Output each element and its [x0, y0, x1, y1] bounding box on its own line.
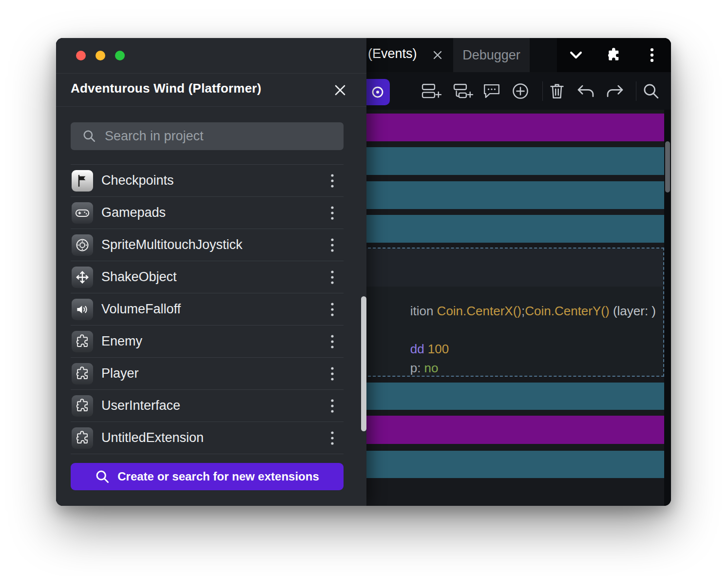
add-subevent-icon — [453, 83, 474, 99]
collapse-tabs-button[interactable] — [563, 42, 589, 68]
minimize-window-button[interactable] — [96, 51, 105, 60]
list-item-spritemultitouchjoystick[interactable]: SpriteMultitouchJoystick — [71, 229, 344, 261]
target-icon — [370, 85, 385, 99]
active-tool-button[interactable] — [366, 79, 390, 105]
kebab-menu-icon — [330, 431, 334, 445]
tab-debugger[interactable]: Debugger — [453, 38, 530, 72]
extension-name: VolumeFalloff — [101, 302, 181, 317]
flag-icon — [72, 170, 93, 192]
add-event-icon — [421, 83, 442, 99]
chevron-down-icon — [568, 47, 584, 63]
events-scrollbar-thumb[interactable] — [665, 141, 670, 192]
kebab-menu-icon — [330, 270, 334, 285]
kebab-menu-icon — [330, 238, 334, 252]
item-menu-button[interactable] — [325, 398, 340, 414]
list-item-shakeobject[interactable]: ShakeObject — [71, 261, 344, 293]
close-window-button[interactable] — [76, 51, 86, 60]
list-item-userinterface[interactable]: UserInterface — [71, 390, 344, 422]
action-text: ition — [410, 304, 437, 318]
extension-name: UntitledExtension — [101, 430, 204, 445]
create-extension-label: Create or search for new extensions — [117, 470, 319, 483]
kebab-menu-icon — [330, 302, 334, 317]
puzzle-icon — [72, 427, 93, 449]
search-icon — [642, 82, 660, 100]
kebab-menu-icon — [330, 334, 334, 349]
extension-name: SpriteMultitouchJoystick — [101, 237, 243, 252]
add-subevent-button[interactable] — [451, 80, 476, 102]
kebab-menu-icon — [330, 399, 334, 413]
kebab-menu-icon — [330, 206, 334, 220]
puzzle-icon — [606, 47, 622, 63]
kebab-menu-icon — [330, 173, 334, 188]
gdevelop-window: (Events) Debugger — [56, 38, 671, 506]
extension-name: Player — [101, 366, 139, 381]
search-input[interactable] — [105, 122, 339, 150]
item-menu-button[interactable] — [325, 302, 340, 317]
window-controls — [557, 38, 671, 72]
item-menu-button[interactable] — [325, 237, 340, 253]
extension-name: UserInterface — [101, 398, 180, 413]
puzzle-icon — [72, 331, 93, 352]
screen: (Events) Debugger — [0, 0, 728, 576]
search-box — [71, 122, 344, 150]
list-item-checkpoints[interactable]: Checkpoints — [71, 165, 344, 197]
extension-name: Checkpoints — [101, 173, 174, 188]
item-menu-button[interactable] — [325, 173, 340, 189]
list-item-untitledextension[interactable]: UntitledExtension — [71, 422, 344, 454]
dialog-scrollbar-thumb[interactable] — [361, 296, 366, 431]
expression-text: Coin.CenterX() — [437, 304, 521, 318]
search-events-button[interactable] — [638, 80, 664, 102]
undo-button[interactable] — [573, 80, 598, 102]
zoom-window-button[interactable] — [115, 51, 125, 60]
extension-name: Gamepads — [101, 205, 166, 220]
item-menu-button[interactable] — [325, 334, 340, 349]
list-item-gamepads[interactable]: Gamepads — [71, 197, 344, 229]
add-comment-button[interactable] — [479, 80, 504, 102]
delete-button[interactable] — [544, 80, 570, 102]
list-item-player[interactable]: Player — [71, 358, 344, 390]
puzzle-icon — [72, 395, 93, 417]
more-menu-button[interactable] — [639, 42, 665, 68]
extension-name: Enemy — [101, 334, 142, 349]
extension-name: ShakeObject — [101, 269, 177, 285]
circle-plus-icon — [512, 82, 529, 100]
item-menu-button[interactable] — [325, 205, 340, 221]
comment-icon — [483, 83, 500, 99]
puzzle-icon — [72, 363, 93, 384]
kebab-menu-icon — [330, 366, 334, 381]
extensions-list: Checkpoints Gamepads — [71, 164, 344, 454]
search-icon — [95, 469, 110, 484]
list-item-enemy[interactable]: Enemy — [71, 326, 344, 358]
expression-text: Coin.CenterY() — [525, 304, 609, 318]
close-dialog-icon[interactable] — [333, 83, 347, 97]
divider — [56, 73, 366, 74]
redo-icon — [606, 83, 624, 99]
kebab-menu-icon — [645, 47, 659, 63]
divider — [56, 106, 366, 107]
list-item-volumefalloff[interactable]: VolumeFalloff — [71, 293, 344, 326]
tab-events-label: (Events) — [368, 46, 417, 61]
gamepad-icon — [72, 202, 93, 224]
joystick-icon — [72, 234, 93, 256]
search-icon — [82, 129, 96, 143]
item-menu-button[interactable] — [325, 269, 340, 285]
extensions-dialog: Adventurous Wind (Platformer) Checkpoint… — [56, 38, 366, 506]
events-scrollbar — [664, 110, 671, 506]
add-more-button[interactable] — [508, 80, 533, 102]
extensions-button[interactable] — [601, 42, 627, 68]
redo-button[interactable] — [602, 80, 628, 102]
trash-icon — [549, 82, 565, 100]
toolbar-divider — [542, 81, 543, 101]
toolbar-divider — [636, 81, 636, 101]
dialog-title: Adventurous Wind (Platformer) — [71, 81, 261, 96]
item-menu-button[interactable] — [325, 366, 340, 382]
create-extension-button[interactable]: Create or search for new extensions — [71, 463, 344, 490]
speaker-icon — [72, 299, 93, 320]
add-event-button[interactable] — [419, 80, 444, 102]
move-icon — [72, 267, 93, 288]
item-menu-button[interactable] — [325, 430, 340, 446]
close-tab-icon[interactable] — [432, 50, 443, 60]
undo-icon — [576, 83, 595, 99]
tab-debugger-label: Debugger — [462, 48, 520, 63]
